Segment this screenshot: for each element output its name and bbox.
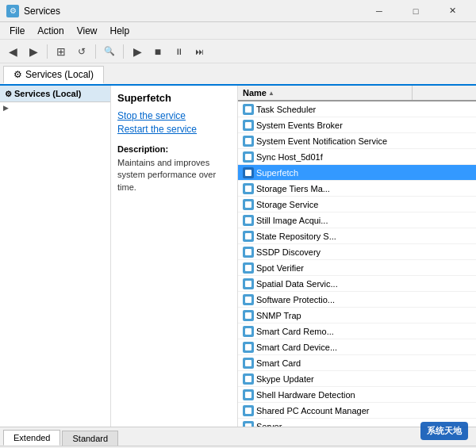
service-row-18[interactable]: Shell Hardware Detection — [238, 387, 476, 403]
service-row-14[interactable]: Smart Card Remo... — [238, 324, 476, 339]
restart-service-link[interactable]: Restart the service — [117, 124, 231, 135]
sidebar-nav-item-1[interactable]: ▶ — [0, 102, 110, 113]
service-row-0[interactable]: Task Scheduler — [238, 101, 476, 117]
service-name-12: Software Protectio... — [238, 293, 413, 307]
menu-view[interactable]: View — [71, 24, 104, 38]
service-row-17[interactable]: Skype Updater — [238, 371, 476, 387]
svc-icon-15 — [243, 342, 254, 353]
window-title: Services — [24, 6, 60, 17]
sidebar: ⚙ Services (Local) ▶ — [0, 86, 111, 427]
svc-icon-2 — [243, 136, 254, 147]
close-button[interactable]: ✕ — [435, 3, 470, 19]
service-name-5: Storage Tiers Ma... — [238, 182, 413, 196]
menu-help[interactable]: Help — [104, 24, 136, 38]
toolbar-sep-1 — [47, 44, 48, 59]
sort-arrow-name: ▲ — [268, 90, 274, 97]
toolbar: ◀ ▶ ⊞ ↺ 🔍 ▶ ■ ⏸ ⏭ — [0, 40, 476, 63]
maximize-button[interactable]: □ — [398, 3, 433, 19]
svc-icon-8 — [243, 231, 254, 242]
service-row-4[interactable]: Superfetch — [238, 165, 476, 181]
svc-icon-6 — [243, 199, 254, 210]
service-name-18: Shell Hardware Detection — [238, 388, 413, 402]
toolbar-skip[interactable]: ⏭ — [190, 43, 209, 60]
svc-icon-4 — [243, 167, 254, 178]
service-row-5[interactable]: Storage Tiers Ma... — [238, 181, 476, 197]
description-text: Maintains and improves system performanc… — [117, 157, 231, 193]
svc-icon-12 — [243, 294, 254, 305]
tab-services-local[interactable]: ⚙ Services (Local) — [3, 66, 104, 84]
sidebar-nav-icon-1: ▶ — [3, 104, 9, 112]
sidebar-icon: ⚙ — [5, 90, 12, 98]
split-pane: ⚙ Services (Local) ▶ Superfetch Stop the… — [0, 86, 476, 427]
service-row-15[interactable]: Smart Card Device... — [238, 339, 476, 355]
app-icon: ⚙ — [6, 5, 19, 17]
service-row-13[interactable]: SNMP Trap — [238, 308, 476, 324]
menu-action[interactable]: Action — [31, 24, 70, 38]
service-name-6: Storage Service — [238, 197, 413, 212]
tab-standard[interactable]: Standard — [62, 431, 118, 446]
service-row-3[interactable]: Sync Host_5d01f — [238, 149, 476, 165]
watermark: 系统天地 — [420, 422, 468, 440]
menu-file[interactable]: File — [3, 24, 31, 38]
service-name-13: SNMP Trap — [238, 308, 413, 323]
service-row-8[interactable]: State Repository S... — [238, 228, 476, 244]
menu-bar: File Action View Help — [0, 22, 476, 40]
title-bar: ⚙ Services ─ □ ✕ — [0, 0, 476, 22]
toolbar-pause[interactable]: ⏸ — [169, 43, 188, 60]
service-row-11[interactable]: Spatial Data Servic... — [238, 276, 476, 292]
tab-extended[interactable]: Extended — [3, 430, 60, 446]
service-row-2[interactable]: System Event Notification Service — [238, 133, 476, 149]
title-bar-left: ⚙ Services — [6, 5, 60, 17]
service-row-6[interactable]: Storage Service — [238, 197, 476, 213]
minimize-button[interactable]: ─ — [362, 3, 397, 19]
service-name-9: SSDP Discovery — [238, 245, 413, 259]
toolbar-up[interactable]: ⊞ — [52, 43, 71, 60]
svc-icon-20 — [243, 421, 254, 427]
service-row-9[interactable]: SSDP Discovery — [238, 244, 476, 260]
toolbar-sep-2 — [95, 44, 96, 59]
svc-icon-1 — [243, 120, 254, 131]
svc-icon-19 — [243, 405, 254, 416]
svc-icon-18 — [243, 389, 254, 400]
stop-service-link[interactable]: Stop the service — [117, 110, 231, 121]
svc-icon-3 — [243, 151, 254, 163]
svc-icon-10 — [243, 262, 254, 274]
svc-icon-9 — [243, 247, 254, 258]
svc-icon-7 — [243, 215, 254, 226]
service-name-8: State Repository S... — [238, 229, 413, 243]
sidebar-title: Services (Local) — [14, 89, 81, 98]
bottom-tabs: Extended Standard — [0, 427, 476, 446]
service-name-3: Sync Host_5d01f — [238, 150, 413, 164]
service-row-12[interactable]: Software Protectio... — [238, 292, 476, 308]
services-header: Name ▲ — [238, 86, 476, 101]
service-name-20: Server — [238, 419, 413, 427]
description-label: Description: — [117, 144, 231, 154]
service-row-7[interactable]: Still Image Acqui... — [238, 213, 476, 228]
toolbar-refresh[interactable]: ↺ — [72, 43, 91, 60]
svc-icon-17 — [243, 373, 254, 385]
service-name-10: Spot Verifier — [238, 261, 413, 275]
toolbar-stop[interactable]: ■ — [148, 43, 167, 60]
col-header-name[interactable]: Name ▲ — [238, 86, 413, 100]
services-list[interactable]: Name ▲ Task Scheduler System Events Brok… — [238, 86, 476, 427]
svc-icon-13 — [243, 310, 254, 321]
service-row-10[interactable]: Spot Verifier — [238, 260, 476, 276]
toolbar-forward[interactable]: ▶ — [24, 43, 43, 60]
service-name-16: Smart Card — [238, 356, 413, 370]
toolbar-play[interactable]: ▶ — [128, 43, 147, 60]
service-row-19[interactable]: Shared PC Account Manager — [238, 403, 476, 419]
service-name-19: Shared PC Account Manager — [238, 404, 413, 418]
svc-icon-0 — [243, 104, 254, 115]
tab-label: Services (Local) — [25, 69, 94, 80]
service-row-1[interactable]: System Events Broker — [238, 117, 476, 133]
tab-bar: ⚙ Services (Local) — [0, 63, 476, 86]
svc-icon-16 — [243, 358, 254, 369]
service-name-15: Smart Card Device... — [238, 340, 413, 354]
toolbar-search[interactable]: 🔍 — [100, 43, 119, 60]
detail-panel: Superfetch Stop the service Restart the … — [111, 86, 238, 427]
detail-service-name: Superfetch — [117, 92, 231, 104]
tab-icon: ⚙ — [13, 69, 22, 80]
svc-icon-11 — [243, 278, 254, 289]
toolbar-back[interactable]: ◀ — [3, 43, 22, 60]
service-row-16[interactable]: Smart Card — [238, 355, 476, 371]
